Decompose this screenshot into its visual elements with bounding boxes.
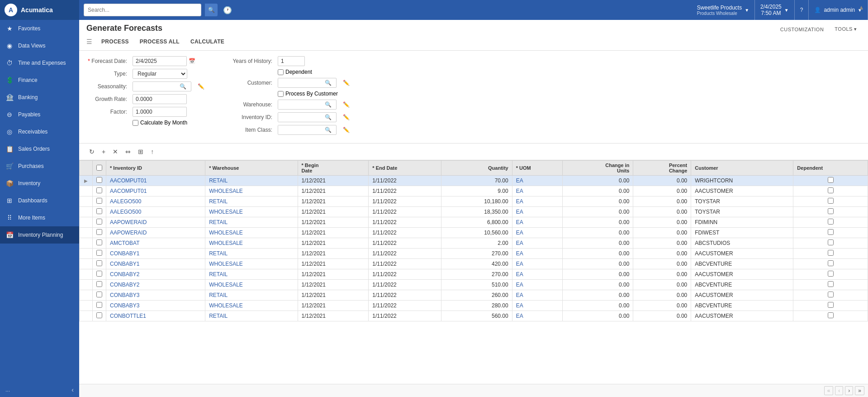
sidebar-collapse-button[interactable]: ‹ bbox=[71, 386, 74, 393]
first-page-button[interactable]: « bbox=[824, 386, 834, 395]
col-customer-header[interactable]: Customer bbox=[691, 161, 793, 176]
uom-link[interactable]: EA bbox=[516, 302, 523, 309]
uom-link[interactable]: EA bbox=[516, 188, 523, 194]
forecast-date-input[interactable]: 2/4/2025 bbox=[133, 56, 187, 66]
years-history-input[interactable]: 1 bbox=[278, 56, 305, 66]
row-inventory-id[interactable]: CONBOTTLE1 bbox=[106, 311, 205, 321]
row-dependent[interactable] bbox=[793, 228, 868, 238]
process-by-customer-checkbox[interactable] bbox=[278, 91, 284, 97]
sidebar-item-finance[interactable]: 💲 Finance bbox=[0, 72, 79, 89]
row-uom[interactable]: EA bbox=[512, 311, 562, 321]
row-dependent-checkbox[interactable] bbox=[828, 239, 834, 245]
row-checkbox-cell[interactable] bbox=[93, 186, 106, 196]
seasonality-input[interactable] bbox=[133, 82, 178, 91]
sidebar-item-sales-orders[interactable]: 📋 Sales Orders bbox=[0, 140, 79, 158]
row-warehouse[interactable]: WHOLESALE bbox=[205, 186, 298, 196]
sidebar-item-receivables[interactable]: ◎ Receivables bbox=[0, 123, 79, 140]
type-select[interactable]: Regular Seasonal Moving Average bbox=[133, 69, 187, 79]
document-icon[interactable]: ☰ bbox=[86, 38, 92, 45]
inventory-id-edit-icon[interactable]: ✏️ bbox=[343, 114, 350, 120]
row-warehouse[interactable]: WHOLESALE bbox=[205, 238, 298, 249]
row-uom[interactable]: EA bbox=[512, 238, 562, 249]
row-checkbox-cell[interactable] bbox=[93, 311, 106, 321]
row-checkbox[interactable] bbox=[96, 250, 102, 256]
warehouse-link[interactable]: RETAIL bbox=[209, 313, 228, 319]
row-inventory-id[interactable]: CONBABY3 bbox=[106, 290, 205, 301]
row-warehouse[interactable]: RETAIL bbox=[205, 311, 298, 321]
inventory-id-link[interactable]: AACOMPUT01 bbox=[110, 177, 147, 184]
customization-button[interactable]: CUSTOMIZATION bbox=[777, 25, 828, 33]
growth-rate-input[interactable]: 0.0000 bbox=[133, 94, 187, 104]
row-warehouse[interactable]: WHOLESALE bbox=[205, 301, 298, 311]
sidebar-item-payables[interactable]: ⊖ Payables bbox=[0, 106, 79, 123]
inventory-id-link[interactable]: CONBABY3 bbox=[110, 292, 139, 298]
warehouse-link[interactable]: RETAIL bbox=[209, 177, 228, 184]
row-warehouse[interactable]: RETAIL bbox=[205, 269, 298, 280]
search-button[interactable]: 🔍 bbox=[205, 4, 218, 16]
row-checkbox-cell[interactable] bbox=[93, 228, 106, 238]
row-warehouse[interactable]: RETAIL bbox=[205, 196, 298, 207]
uom-link[interactable]: EA bbox=[516, 230, 523, 236]
warehouse-link[interactable]: WHOLESALE bbox=[209, 261, 243, 267]
sidebar-item-time-expenses[interactable]: ⏱ Time and Expenses bbox=[0, 54, 79, 72]
row-uom[interactable]: EA bbox=[512, 280, 562, 290]
row-inventory-id[interactable]: AACOMPUT01 bbox=[106, 176, 205, 186]
sidebar-item-dashboards[interactable]: ⊞ Dashboards bbox=[0, 192, 79, 209]
row-uom[interactable]: EA bbox=[512, 301, 562, 311]
uom-link[interactable]: EA bbox=[516, 250, 523, 257]
warehouse-link[interactable]: WHOLESALE bbox=[209, 240, 243, 246]
inventory-id-link[interactable]: CONBABY3 bbox=[110, 302, 139, 309]
date-selector[interactable]: 2/4/2025 7:50 AM ▼ bbox=[755, 0, 795, 20]
grid-export-button[interactable]: ⊞ bbox=[135, 146, 146, 157]
warehouse-link[interactable]: RETAIL bbox=[209, 271, 228, 277]
prev-page-button[interactable]: ‹ bbox=[835, 386, 843, 395]
col-dependent-header[interactable]: Dependent bbox=[793, 161, 868, 176]
row-warehouse[interactable]: WHOLESALE bbox=[205, 280, 298, 290]
row-checkbox-cell[interactable] bbox=[93, 207, 106, 217]
row-uom[interactable]: EA bbox=[512, 176, 562, 186]
col-uom-header[interactable]: * UOM bbox=[512, 161, 562, 176]
sidebar-item-purchases[interactable]: 🛒 Purchases bbox=[0, 158, 79, 175]
item-class-search-btn[interactable]: 🔍 bbox=[323, 127, 333, 133]
col-quantity-header[interactable]: Quantity bbox=[441, 161, 512, 176]
process-all-button[interactable]: PROCESS ALL bbox=[138, 37, 181, 47]
row-checkbox[interactable] bbox=[96, 312, 102, 318]
row-checkbox[interactable] bbox=[96, 302, 102, 308]
row-warehouse[interactable]: WHOLESALE bbox=[205, 207, 298, 217]
col-change-units-header[interactable]: Change inUnits bbox=[563, 161, 633, 176]
row-dependent[interactable] bbox=[793, 207, 868, 217]
calculate-by-month-checkbox[interactable] bbox=[133, 120, 138, 126]
inventory-id-link[interactable]: AAPOWERAID bbox=[110, 219, 147, 225]
row-uom[interactable]: EA bbox=[512, 228, 562, 238]
sidebar-item-inventory[interactable]: 📦 Inventory bbox=[0, 175, 79, 192]
row-inventory-id[interactable]: CONBABY1 bbox=[106, 249, 205, 259]
uom-link[interactable]: EA bbox=[516, 219, 523, 225]
col-selected-header[interactable] bbox=[93, 161, 106, 176]
inventory-id-link[interactable]: AALEGO500 bbox=[110, 209, 141, 215]
row-checkbox-cell[interactable] bbox=[93, 238, 106, 249]
warehouse-search-btn[interactable]: 🔍 bbox=[323, 101, 333, 108]
sidebar-item-more-items[interactable]: ⠿ More Items bbox=[0, 209, 79, 226]
row-dependent-checkbox[interactable] bbox=[828, 229, 834, 235]
row-checkbox-cell[interactable] bbox=[93, 290, 106, 301]
col-end-date-header[interactable]: * End Date bbox=[369, 161, 441, 176]
process-button[interactable]: PROCESS bbox=[100, 37, 131, 47]
history-button[interactable]: 🕐 bbox=[221, 4, 234, 16]
row-inventory-id[interactable]: AAPOWERAID bbox=[106, 217, 205, 228]
inventory-id-link[interactable]: CONBABY1 bbox=[110, 261, 139, 267]
row-dependent[interactable] bbox=[793, 311, 868, 321]
last-page-button[interactable]: » bbox=[855, 386, 864, 395]
row-warehouse[interactable]: WHOLESALE bbox=[205, 228, 298, 238]
row-uom[interactable]: EA bbox=[512, 269, 562, 280]
logo-area[interactable]: A Acumatica bbox=[0, 0, 79, 20]
warehouse-link[interactable]: WHOLESALE bbox=[209, 302, 243, 309]
row-warehouse[interactable]: WHOLESALE bbox=[205, 259, 298, 269]
warehouse-edit-icon[interactable]: ✏️ bbox=[343, 101, 350, 108]
row-warehouse[interactable]: RETAIL bbox=[205, 249, 298, 259]
calendar-icon[interactable]: 📅 bbox=[189, 58, 195, 64]
warehouse-link[interactable]: WHOLESALE bbox=[209, 209, 243, 215]
row-dependent[interactable] bbox=[793, 238, 868, 249]
inventory-id-link[interactable]: CONBABY1 bbox=[110, 250, 139, 257]
row-checkbox[interactable] bbox=[96, 208, 102, 214]
inventory-id-link[interactable]: CONBABY2 bbox=[110, 271, 139, 277]
